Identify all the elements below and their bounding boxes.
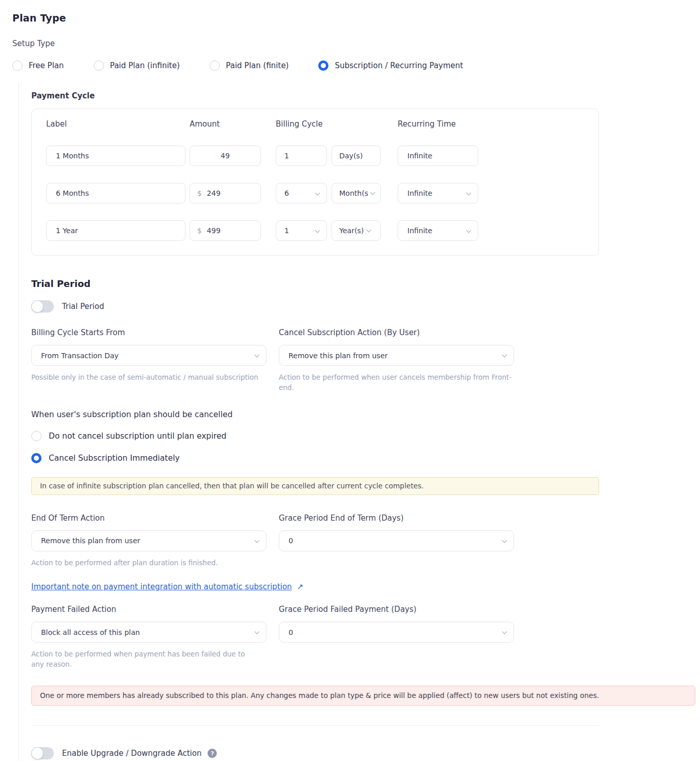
select-value: Remove this plan from user	[41, 537, 140, 545]
upgrade-downgrade-toggle-row: Enable Upgrade / Downgrade Action ?	[31, 747, 700, 759]
upgrade-downgrade-toggle[interactable]	[31, 747, 54, 759]
radio-label: Paid Plan (infinite)	[110, 61, 180, 70]
radio-paid-plan-finite[interactable]: Paid Plan (finite)	[210, 60, 289, 71]
radio-paid-plan-infinite[interactable]: Paid Plan (infinite)	[94, 60, 180, 71]
cancel-when-group-label: When user's subscription plan should be …	[31, 410, 700, 419]
currency-symbol: $	[197, 189, 202, 197]
radio-subscription-recurring[interactable]: Subscription / Recurring Payment	[318, 60, 463, 71]
recurring-time-value: Infinite	[407, 189, 433, 197]
trial-period-toggle[interactable]	[31, 300, 54, 313]
trial-period-title: Trial Period	[31, 278, 700, 289]
radio-selected-icon[interactable]	[318, 60, 328, 71]
column-header-billing-cycle: Billing Cycle	[276, 119, 398, 129]
field-helper-text: Action to be performed after plan durati…	[31, 558, 266, 568]
cycle-count-select[interactable]: 1	[276, 220, 327, 241]
radio-circle-icon[interactable]	[94, 60, 104, 71]
grace-period-failed-payment-select[interactable]: 0	[279, 622, 514, 643]
payment-cycle-row: 6 Months $249 6 Month(s) Infinite	[46, 183, 599, 203]
payment-cycle-title: Payment Cycle	[31, 91, 700, 100]
help-icon[interactable]: ?	[208, 749, 217, 758]
cycle-amount-input[interactable]: $499	[190, 220, 261, 241]
field-label: Cancel Subscription Action (By User)	[279, 328, 514, 337]
field-label: Grace Period End of Term (Days)	[279, 513, 514, 523]
end-of-term-action-field: End Of Term Action Remove this plan from…	[31, 513, 266, 568]
cycle-count-select[interactable]: 6	[276, 183, 327, 203]
subscription-settings-section: Payment Cycle Label Amount Billing Cycle…	[18, 82, 700, 761]
column-header-label: Label	[46, 119, 190, 129]
cycle-amount-value: 249	[207, 189, 221, 197]
cycle-count-value: 6	[284, 189, 289, 197]
field-helper-text: Action to be performed when payment has …	[31, 649, 257, 669]
cycle-label-value: 1 Months	[56, 152, 89, 160]
chevron-down-icon	[366, 228, 371, 233]
radio-circle-icon[interactable]	[210, 60, 220, 71]
chevron-down-icon	[466, 191, 471, 196]
cycle-unit-select[interactable]: Month(s)	[332, 183, 381, 203]
grace-period-end-of-term-field: Grace Period End of Term (Days) 0	[279, 513, 514, 568]
cycle-unit-value: Day(s)	[339, 152, 363, 160]
radio-do-not-cancel-until-expired[interactable]: Do not cancel subscription until plan ex…	[31, 431, 700, 441]
cycle-unit-select[interactable]: Year(s)	[332, 220, 381, 241]
payment-cycle-row: 1 Months 49 1 Day(s) Infinite	[46, 146, 599, 166]
cycle-count-input[interactable]: 1	[276, 146, 327, 166]
recurring-time-select[interactable]: Infinite	[398, 146, 478, 166]
cycle-unit-value: Year(s)	[339, 227, 364, 235]
payment-failed-action-select[interactable]: Block all access of this plan	[31, 622, 266, 643]
chevron-down-icon	[370, 190, 376, 195]
select-value: Block all access of this plan	[41, 628, 140, 636]
radio-circle-icon[interactable]	[31, 431, 42, 441]
cycle-unit-select[interactable]: Day(s)	[332, 146, 381, 166]
select-value: 0	[289, 628, 293, 636]
toggle-knob-icon	[31, 300, 44, 313]
trial-period-toggle-label: Trial Period	[62, 302, 104, 311]
field-label: Payment Failed Action	[31, 605, 266, 614]
external-link-icon[interactable]: ↗	[297, 582, 304, 591]
radio-label: Subscription / Recurring Payment	[335, 61, 463, 70]
recurring-time-value: Infinite	[407, 152, 433, 160]
setup-type-radio-group: Free Plan Paid Plan (infinite) Paid Plan…	[12, 60, 700, 71]
recurring-time-select[interactable]: Infinite	[398, 220, 478, 241]
cycle-label-input[interactable]: 6 Months	[46, 183, 186, 203]
recurring-time-select[interactable]: Infinite	[398, 183, 478, 203]
radio-circle-icon[interactable]	[12, 60, 23, 71]
toggle-knob-icon	[31, 747, 44, 759]
payment-integration-note-link[interactable]: Important note on payment integration wi…	[31, 582, 292, 591]
cycle-count-value: 1	[284, 152, 289, 160]
field-label: Grace Period Failed Payment (Days)	[279, 605, 514, 614]
column-header-amount: Amount	[190, 119, 276, 129]
select-value: 0	[289, 537, 293, 545]
radio-free-plan[interactable]: Free Plan	[12, 60, 64, 71]
members-subscribed-notice: One or more members has already subscrib…	[31, 686, 695, 706]
radio-cancel-immediately[interactable]: Cancel Subscription Immediately	[31, 453, 700, 463]
setup-type-label: Setup Type	[12, 39, 700, 48]
field-helper-text: Action to be performed when user cancels…	[279, 373, 514, 393]
select-value: Remove this plan from user	[289, 352, 388, 360]
grace-period-end-of-term-select[interactable]: 0	[279, 530, 514, 551]
payment-failed-action-field: Payment Failed Action Block all access o…	[31, 605, 266, 669]
chevron-down-icon	[315, 191, 320, 196]
cycle-count-value: 1	[284, 227, 289, 235]
chevron-down-icon	[502, 353, 507, 358]
cancel-subscription-action-select[interactable]: Remove this plan from user	[279, 345, 514, 366]
chevron-down-icon	[502, 629, 507, 634]
cycle-label-value: 1 Year	[56, 227, 78, 235]
cycle-amount-value: 499	[207, 227, 221, 235]
cycle-amount-input[interactable]: $249	[190, 183, 261, 203]
payment-cycle-row: 1 Year $499 1 Year(s) Infinite	[46, 220, 599, 241]
upgrade-downgrade-toggle-label: Enable Upgrade / Downgrade Action	[62, 749, 201, 758]
payment-failed-row: Payment Failed Action Block all access o…	[31, 605, 700, 669]
radio-selected-icon[interactable]	[31, 453, 42, 463]
field-helper-text: Possible only in the case of semi-automa…	[31, 373, 266, 383]
page-title: Plan Type	[12, 12, 700, 24]
cycle-label-input[interactable]: 1 Year	[46, 220, 186, 241]
cycle-label-input[interactable]: 1 Months	[46, 146, 186, 166]
select-value: From Transaction Day	[41, 352, 118, 360]
end-of-term-action-select[interactable]: Remove this plan from user	[31, 530, 266, 551]
plan-type-page: Plan Type Setup Type Free Plan Paid Plan…	[0, 0, 700, 761]
chevron-down-icon	[255, 353, 260, 358]
radio-label: Cancel Subscription Immediately	[49, 454, 180, 463]
column-header-recurring-time: Recurring Time	[398, 119, 478, 129]
chevron-down-icon	[502, 538, 507, 543]
billing-cycle-starts-from-select[interactable]: From Transaction Day	[31, 345, 266, 366]
cycle-amount-input[interactable]: 49	[190, 146, 261, 166]
